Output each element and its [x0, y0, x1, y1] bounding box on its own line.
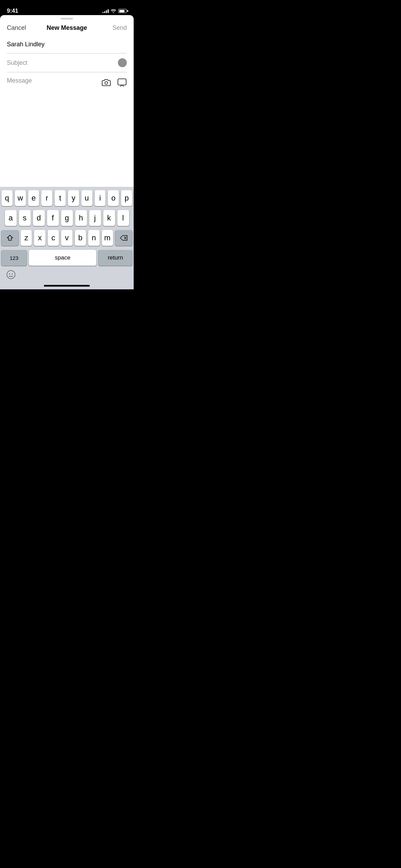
svg-point-3 — [9, 274, 10, 275]
emoji-button[interactable] — [5, 269, 16, 280]
key-s[interactable]: s — [19, 210, 31, 226]
svg-point-0 — [105, 82, 108, 84]
keyboard-row-2: a s d f g h j k l — [1, 210, 132, 226]
svg-rect-1 — [118, 79, 126, 85]
home-bar — [44, 285, 90, 287]
key-i[interactable]: i — [95, 190, 106, 206]
key-m[interactable]: m — [102, 230, 113, 246]
status-time: 9:41 — [7, 8, 18, 14]
key-r[interactable]: r — [41, 190, 52, 206]
key-l[interactable]: l — [117, 210, 129, 226]
shift-key[interactable] — [1, 230, 19, 246]
key-w[interactable]: w — [15, 190, 26, 206]
message-placeholder: Message — [7, 77, 101, 84]
space-key[interactable]: space — [29, 250, 96, 266]
subject-placeholder: Subject — [7, 59, 115, 67]
to-row: Sarah Lindley — [7, 36, 127, 53]
keyboard-row-4: 123 space return — [1, 250, 132, 266]
key-k[interactable]: k — [103, 210, 115, 226]
send-button[interactable]: Send — [106, 24, 127, 32]
message-toolbar — [101, 77, 127, 87]
subject-row[interactable]: Subject — [7, 53, 127, 72]
key-b[interactable]: b — [75, 230, 86, 246]
keyboard-area: q w e r t y u i o p a s d f g h j k — [0, 187, 134, 289]
subject-dot — [118, 58, 127, 67]
keyboard-row-3: z x c v b n m — [1, 230, 132, 246]
key-o[interactable]: o — [108, 190, 119, 206]
keyboard-row-1: q w e r t y u i o p — [1, 190, 132, 206]
svg-point-4 — [12, 274, 13, 275]
key-e[interactable]: e — [28, 190, 39, 206]
key-y[interactable]: y — [68, 190, 79, 206]
compose-form: Sarah Lindley Subject Message — [0, 36, 134, 93]
key-u[interactable]: u — [81, 190, 93, 206]
keyboard: q w e r t y u i o p a s d f g h j k — [0, 187, 134, 267]
key-x[interactable]: x — [34, 230, 45, 246]
key-q[interactable]: q — [1, 190, 13, 206]
key-h[interactable]: h — [75, 210, 87, 226]
key-a[interactable]: a — [5, 210, 17, 226]
navigation-bar: Cancel New Message Send — [0, 20, 134, 36]
key-c[interactable]: c — [48, 230, 59, 246]
key-p[interactable]: p — [121, 190, 132, 206]
key-g[interactable]: g — [61, 210, 73, 226]
svg-point-2 — [7, 270, 15, 279]
home-indicator — [0, 285, 134, 289]
camera-button[interactable] — [101, 78, 111, 87]
signal-icon — [102, 9, 109, 13]
to-value[interactable]: Sarah Lindley — [7, 41, 127, 48]
key-j[interactable]: j — [89, 210, 101, 226]
num-key[interactable]: 123 — [1, 250, 27, 266]
key-n[interactable]: n — [88, 230, 99, 246]
status-bar: 9:41 — [0, 0, 134, 17]
status-icons — [102, 9, 127, 13]
cancel-button[interactable]: Cancel — [7, 24, 27, 32]
message-row[interactable]: Message — [7, 72, 127, 93]
emoji-bar — [0, 267, 134, 285]
delete-key[interactable] — [115, 230, 132, 246]
battery-icon — [118, 9, 127, 13]
sheet-title: New Message — [27, 24, 106, 32]
wifi-icon — [111, 9, 116, 13]
key-z[interactable]: z — [21, 230, 32, 246]
new-message-sheet: Cancel New Message Send Sarah Lindley Su… — [0, 15, 134, 289]
key-d[interactable]: d — [33, 210, 45, 226]
key-f[interactable]: f — [47, 210, 59, 226]
key-t[interactable]: t — [54, 190, 66, 206]
template-button[interactable] — [117, 78, 127, 87]
key-v[interactable]: v — [61, 230, 72, 246]
return-key[interactable]: return — [98, 250, 132, 266]
